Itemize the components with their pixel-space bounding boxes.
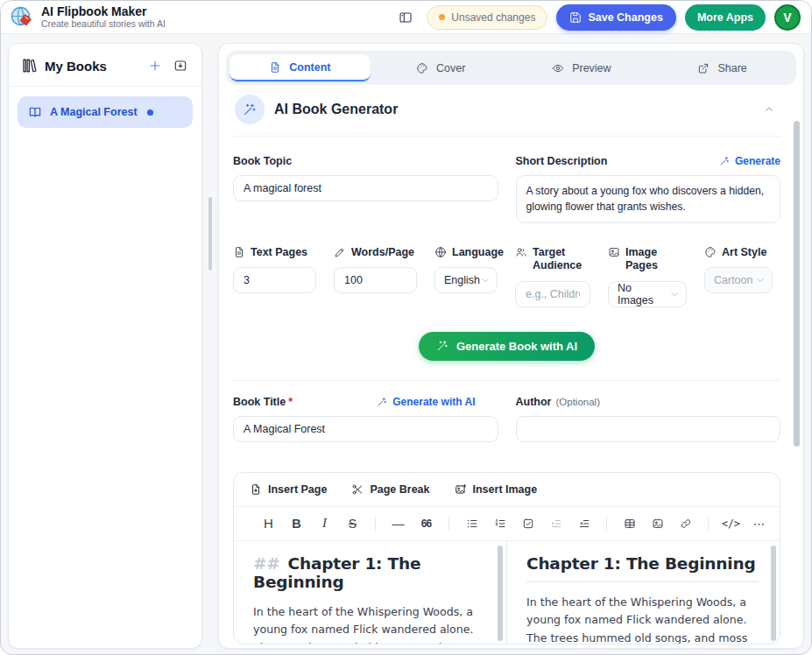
- generate-description-button[interactable]: Generate: [719, 155, 780, 167]
- more-formats-button[interactable]: ⋯: [747, 513, 771, 534]
- heading-button[interactable]: H: [257, 513, 280, 534]
- required-asterisk: *: [288, 396, 293, 408]
- image-pages-value: No Images: [618, 282, 669, 306]
- save-changes-label: Save Changes: [588, 11, 662, 24]
- link-button[interactable]: [674, 513, 697, 534]
- panel-toggle-icon: [399, 11, 413, 25]
- language-select[interactable]: English: [434, 267, 498, 293]
- insert-page-button[interactable]: Insert Page: [250, 483, 327, 496]
- insert-page-label: Insert Page: [268, 483, 327, 496]
- more-apps-button[interactable]: More Apps: [685, 4, 766, 31]
- italic-button[interactable]: I: [313, 513, 336, 534]
- sidebar: My Books A Magical Forest: [8, 43, 202, 649]
- author-group: Author(Optional): [516, 395, 781, 442]
- preview-pane-scrollbar[interactable]: [771, 546, 776, 641]
- tab-content-label: Content: [289, 61, 330, 74]
- bullet-list-icon: [466, 518, 478, 530]
- bold-button[interactable]: B: [285, 513, 308, 534]
- toolbar-divider: [448, 517, 449, 531]
- markdown-hash-prefix: ##: [253, 554, 280, 573]
- indent-button[interactable]: [544, 513, 568, 534]
- language-value: English: [444, 274, 480, 286]
- text-pages-field: Text Pages: [233, 246, 316, 294]
- image-pages-select[interactable]: No Images: [608, 281, 687, 307]
- unsaved-dot-icon: [439, 14, 445, 20]
- horizontal-rule-button[interactable]: —: [386, 513, 410, 534]
- bullet-list-button[interactable]: [460, 513, 484, 534]
- unsaved-badge-label: Unsaved changes: [451, 11, 535, 24]
- blockquote-button[interactable]: 66: [414, 513, 438, 534]
- short-description-label: Short Description: [516, 155, 608, 167]
- save-changes-button[interactable]: Save Changes: [556, 4, 675, 31]
- main-scrollbar[interactable]: [794, 121, 800, 447]
- sidebar-resize-handle[interactable]: [202, 43, 218, 649]
- section-divider: [233, 380, 780, 381]
- language-field: Language English: [434, 246, 498, 294]
- book-item-label: A Magical Forest: [50, 106, 138, 118]
- target-audience-input[interactable]: [515, 281, 590, 307]
- author-optional-label: (Optional): [555, 397, 600, 407]
- topic-description-row: Book Topic Short Description Generate A …: [233, 154, 780, 223]
- short-description-textarea[interactable]: A story about a young fox who discovers …: [516, 175, 781, 223]
- open-book-icon: [28, 105, 42, 119]
- user-avatar[interactable]: V: [774, 4, 801, 31]
- insert-image-toolbar-button[interactable]: [646, 513, 669, 534]
- strikethrough-button[interactable]: S: [341, 513, 364, 534]
- page-break-button[interactable]: Page Break: [351, 483, 429, 496]
- app-subtitle: Create beautiful stories with AI: [41, 18, 166, 30]
- generate-link-label: Generate: [735, 155, 780, 167]
- table-button[interactable]: [618, 513, 641, 534]
- toolbar-divider: [606, 517, 607, 531]
- generate-book-label: Generate Book with AI: [456, 340, 577, 353]
- ordered-list-button[interactable]: [488, 513, 512, 534]
- image-icon: [608, 246, 620, 258]
- text-pages-label: Text Pages: [251, 246, 307, 260]
- page-break-label: Page Break: [370, 483, 429, 496]
- generator-header: AI Book Generator: [233, 85, 780, 137]
- sidebar-toggle-button[interactable]: [393, 5, 418, 30]
- words-per-page-input[interactable]: [334, 267, 417, 293]
- palette-icon: [416, 62, 428, 74]
- book-topic-input[interactable]: [233, 175, 498, 201]
- collapse-section-button[interactable]: [759, 100, 779, 119]
- generate-title-button[interactable]: Generate with AI: [377, 396, 475, 408]
- book-title-group: Book Title* Generate with AI: [233, 395, 498, 442]
- wand-icon-badge: [235, 95, 265, 124]
- chevron-down-icon: [755, 275, 766, 285]
- wand-icon: [243, 102, 257, 116]
- editor-body: ##Chapter 1: The Beginning In the heart …: [234, 541, 780, 644]
- author-input[interactable]: [516, 416, 781, 442]
- palette-icon: [704, 246, 717, 258]
- save-icon: [569, 11, 582, 24]
- add-book-button[interactable]: [146, 57, 164, 74]
- target-audience-field: Target Audience: [515, 246, 590, 307]
- wand-icon: [436, 340, 448, 352]
- users-icon: [515, 246, 527, 258]
- markdown-source-pane[interactable]: ##Chapter 1: The Beginning In the heart …: [234, 541, 506, 644]
- tab-preview[interactable]: Preview: [512, 54, 653, 81]
- tab-content[interactable]: Content: [229, 54, 371, 81]
- chevron-up-icon: [763, 103, 775, 116]
- book-title-input[interactable]: [233, 416, 498, 442]
- outdent-button[interactable]: [572, 513, 596, 534]
- scissors-icon: [351, 483, 364, 496]
- generate-book-button[interactable]: Generate Book with AI: [419, 332, 595, 361]
- text-pages-input[interactable]: [233, 267, 316, 293]
- task-list-button[interactable]: [516, 513, 540, 534]
- app-logo-icon: [10, 5, 33, 29]
- import-book-button[interactable]: [172, 57, 189, 74]
- tab-cover[interactable]: Cover: [371, 54, 512, 81]
- share-icon: [697, 62, 710, 74]
- format-toolbar: H B I S — 66: [234, 507, 780, 541]
- tab-share[interactable]: Share: [652, 54, 793, 81]
- generator-fields-row: Text Pages Words/Page Language English: [233, 246, 780, 307]
- source-pane-scrollbar[interactable]: [498, 546, 503, 641]
- image-plus-icon: [455, 483, 467, 496]
- tab-share-label: Share: [717, 62, 746, 74]
- source-body-text: In the heart of the Whispering Woods, a …: [253, 603, 485, 644]
- insert-image-button[interactable]: Insert Image: [455, 483, 538, 496]
- code-button[interactable]: </>: [719, 513, 743, 534]
- book-meta-row: Book Title* Generate with AI Author(Opti…: [233, 395, 780, 442]
- preview-heading: Chapter 1: The Beginning: [526, 554, 759, 582]
- sidebar-item-book[interactable]: A Magical Forest: [18, 96, 193, 128]
